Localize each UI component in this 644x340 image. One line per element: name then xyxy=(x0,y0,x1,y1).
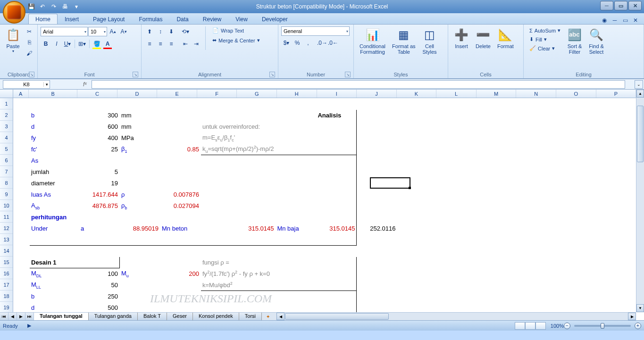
cell-B6[interactable]: As xyxy=(30,155,79,166)
cell-C11[interactable] xyxy=(79,212,120,223)
cell-A19[interactable] xyxy=(14,302,30,313)
cell-L13[interactable] xyxy=(478,234,519,246)
cell-C6[interactable] xyxy=(79,155,120,166)
cell-H19[interactable] xyxy=(316,302,357,313)
cell-O3[interactable] xyxy=(600,121,636,133)
cell-F14[interactable] xyxy=(201,246,276,257)
cell-I18[interactable] xyxy=(357,291,397,302)
cell-H16[interactable] xyxy=(316,268,357,280)
cell-L14[interactable] xyxy=(478,246,519,257)
cell-D15[interactable] xyxy=(120,257,160,268)
cell-E3[interactable] xyxy=(160,121,201,133)
cell-B1[interactable] xyxy=(30,99,79,110)
cell-M13[interactable] xyxy=(519,234,560,246)
row-header-5[interactable]: 5 xyxy=(0,143,13,155)
copy-icon[interactable]: ⎘ xyxy=(24,37,34,48)
cell-F8[interactable] xyxy=(201,178,276,189)
cell-B16[interactable]: MDL xyxy=(30,268,79,280)
cell-L1[interactable] xyxy=(478,99,519,110)
cell-D5[interactable]: β1 xyxy=(120,144,160,155)
cell-A6[interactable] xyxy=(14,155,30,166)
insert-sheet-icon[interactable]: ✦ xyxy=(262,313,274,320)
cell-H9[interactable] xyxy=(316,189,357,200)
cell-B2[interactable]: b xyxy=(30,110,79,121)
align-center-icon[interactable]: ≡ xyxy=(155,39,166,49)
col-header-E[interactable]: E xyxy=(157,90,197,98)
cell-A18[interactable] xyxy=(14,291,30,302)
cell-C2[interactable]: 300 xyxy=(79,110,120,121)
cell-M15[interactable] xyxy=(519,257,560,268)
cell-K15[interactable] xyxy=(438,257,478,268)
cell-J2[interactable] xyxy=(397,110,438,121)
zoom-in-button[interactable]: + xyxy=(635,323,641,329)
cell-A17[interactable] xyxy=(14,280,30,291)
cell-K13[interactable] xyxy=(438,234,478,246)
cell-N7[interactable] xyxy=(560,166,600,178)
cell-A2[interactable] xyxy=(14,110,30,121)
doc-close-icon[interactable]: ✕ xyxy=(632,17,639,24)
cell-H14[interactable] xyxy=(316,246,357,257)
font-name-combo[interactable]: Arial xyxy=(41,27,88,36)
cell-D2[interactable]: mm xyxy=(120,110,160,121)
cell-G6[interactable] xyxy=(276,155,316,166)
col-header-N[interactable]: N xyxy=(516,90,556,98)
tab-home[interactable]: Home xyxy=(28,14,58,24)
worksheet-grid[interactable]: ABCDEFGHIJKLMNOP 12345678910111213141516… xyxy=(0,90,644,320)
cell-M8[interactable] xyxy=(519,178,560,189)
cell-F13[interactable] xyxy=(201,234,276,246)
cell-C15[interactable] xyxy=(79,257,120,268)
col-header-L[interactable]: L xyxy=(436,90,477,98)
office-button[interactable] xyxy=(3,1,25,24)
row-header-16[interactable]: 16 xyxy=(0,268,13,279)
zoom-out-button[interactable]: − xyxy=(564,323,570,329)
cell-L15[interactable] xyxy=(478,257,519,268)
page-layout-view-icon[interactable] xyxy=(525,322,535,330)
scroll-left-icon[interactable]: ◀ xyxy=(276,313,284,320)
cell-J9[interactable] xyxy=(397,189,438,200)
cell-L9[interactable] xyxy=(478,189,519,200)
cell-C5[interactable]: 25 xyxy=(79,144,120,155)
cell-F17[interactable]: k=Mu/φbd2 xyxy=(201,280,276,291)
increase-decimal-icon[interactable]: .0→ xyxy=(317,38,327,48)
cell-G17[interactable] xyxy=(276,280,316,291)
col-header-K[interactable]: K xyxy=(397,90,437,98)
cell-A15[interactable] xyxy=(14,257,30,268)
cell-B9[interactable]: luas As xyxy=(30,189,79,200)
tab-review[interactable]: Review xyxy=(196,14,228,24)
cell-J16[interactable] xyxy=(397,268,438,280)
cell-B4[interactable]: fy xyxy=(30,133,79,144)
conditional-formatting-button[interactable]: 📊Conditional Formatting xyxy=(357,26,388,56)
cell-O10[interactable] xyxy=(600,200,636,212)
cell-G9[interactable] xyxy=(276,189,316,200)
cell-O15[interactable] xyxy=(600,257,636,268)
align-left-icon[interactable]: ≡ xyxy=(144,39,155,49)
cell-M14[interactable] xyxy=(519,246,560,257)
cell-E6[interactable] xyxy=(160,155,201,166)
orientation-icon[interactable]: ⟲▾ xyxy=(180,26,191,37)
cell-K1[interactable] xyxy=(438,99,478,110)
prev-sheet-icon[interactable]: ◀ xyxy=(8,313,17,320)
cell-K18[interactable] xyxy=(438,291,478,302)
cell-O14[interactable] xyxy=(600,246,636,257)
cell-N19[interactable] xyxy=(560,302,600,313)
cell-M5[interactable] xyxy=(519,144,560,155)
cell-O12[interactable] xyxy=(600,223,636,234)
cell-N1[interactable] xyxy=(560,99,600,110)
cell-H2[interactable]: Analisis xyxy=(316,110,357,121)
font-size-combo[interactable]: 10 xyxy=(88,27,107,36)
paste-button[interactable]: 📋Paste▾ xyxy=(3,26,23,54)
row-header-14[interactable]: 14 xyxy=(0,245,13,257)
cell-G4[interactable] xyxy=(276,133,316,144)
cell-G16[interactable] xyxy=(276,268,316,280)
cell-H15[interactable] xyxy=(316,257,357,268)
maximize-button[interactable]: ▭ xyxy=(614,1,627,10)
cell-D13[interactable] xyxy=(120,234,160,246)
cell-O19[interactable] xyxy=(600,302,636,313)
cell-F1[interactable] xyxy=(201,99,276,110)
fill-color-button[interactable]: 🪣 xyxy=(92,39,102,49)
cut-icon[interactable]: ✂ xyxy=(24,26,34,37)
cell-F4[interactable]: m=Esεu/β1fc' xyxy=(201,133,276,144)
cell-M6[interactable] xyxy=(519,155,560,166)
borders-button[interactable]: ⊞▾ xyxy=(77,39,87,49)
cell-F15[interactable]: fungsi ρ = xyxy=(201,257,276,268)
